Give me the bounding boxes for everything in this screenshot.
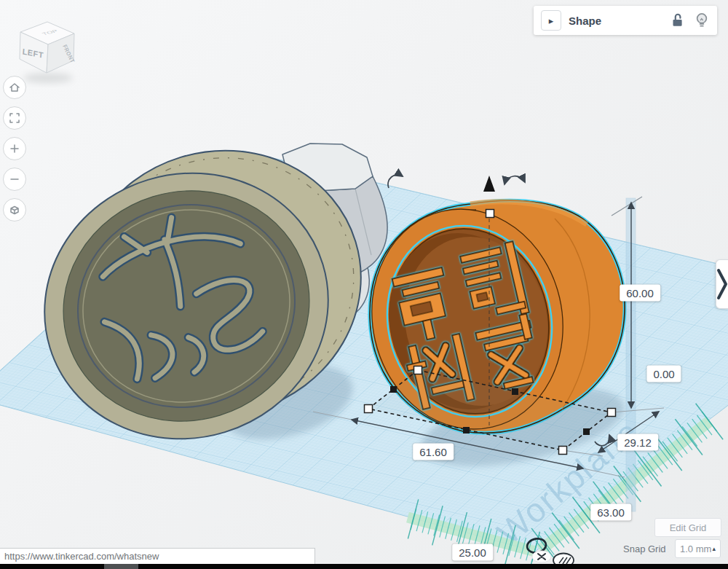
zoom-out-button[interactable]	[3, 168, 26, 191]
edit-grid-button[interactable]: Edit Grid	[654, 518, 721, 537]
snap-grid-value: 1.0 mm	[680, 544, 711, 554]
shape-panel-title: Shape	[569, 15, 662, 27]
status-url-bar: https://www.tinkercad.com/whatsnew	[0, 548, 315, 564]
dropdown-arrow-icon: ▴	[712, 545, 716, 552]
dimension-label-height[interactable]: 60.00	[620, 285, 660, 302]
lightbulb-icon[interactable]	[694, 12, 710, 29]
dimension-label-ruler-x[interactable]: 63.00	[590, 504, 631, 521]
panel-expand-icon: ▸	[549, 15, 554, 26]
zoom-in-button[interactable]	[3, 137, 26, 160]
shape-inspector-panel: ▸ Shape	[534, 6, 717, 35]
dimension-label-elevation[interactable]: 0.00	[646, 366, 681, 382]
home-view-button[interactable]	[3, 76, 26, 99]
right-panel-tab[interactable]	[716, 259, 728, 309]
view-mode-button[interactable]	[3, 198, 26, 221]
chevron-right-icon	[716, 260, 728, 308]
snap-grid-label: Snap Grid	[623, 544, 666, 554]
snap-grid-dropdown[interactable]: 1.0 mm ▴	[675, 539, 721, 558]
unlock-icon[interactable]	[669, 12, 685, 28]
fit-view-button[interactable]	[3, 106, 26, 130]
bottom-edge-strip	[0, 564, 728, 569]
ortho-view-icon	[9, 204, 20, 216]
fit-view-icon	[9, 112, 20, 124]
3d-viewport[interactable]: Workplane	[0, 0, 728, 569]
zoom-in-icon	[9, 143, 20, 154]
taskbar-sliver	[104, 564, 138, 569]
panel-expand-button[interactable]: ▸	[541, 10, 561, 31]
home-icon	[9, 82, 20, 93]
elevate-arrow-icon[interactable]	[483, 176, 495, 192]
rotate-handle-icon[interactable]	[505, 176, 525, 184]
dimension-label-width[interactable]: 61.60	[413, 444, 454, 460]
dimension-label-depth[interactable]: 29.12	[617, 434, 658, 451]
tinkercad-editor: Workplane	[0, 0, 728, 569]
zoom-out-icon	[9, 173, 20, 185]
dimension-label-ruler-y[interactable]: 25.00	[452, 544, 493, 561]
ruler-close-icon[interactable]	[532, 551, 551, 562]
